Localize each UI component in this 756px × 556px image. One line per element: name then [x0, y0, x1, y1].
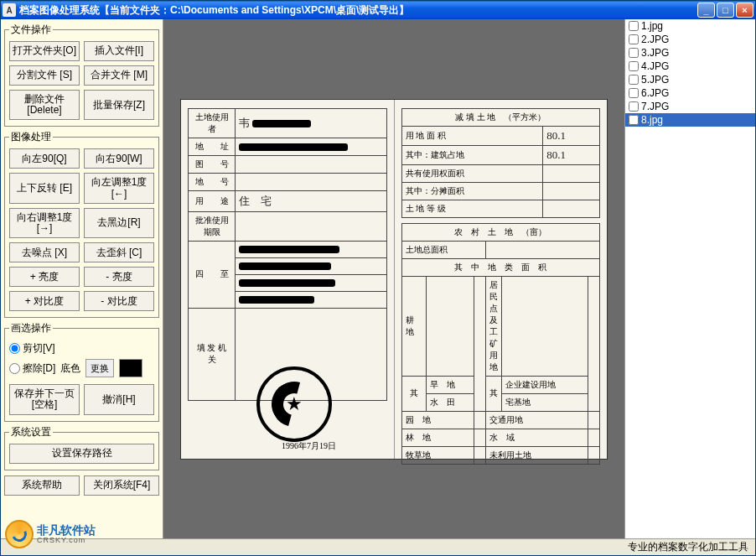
file-checkbox[interactable]: [629, 115, 639, 125]
canvas-ops-group: 画选操作 剪切[V] 擦除[D] 底色 更换 保存并下一页 [空格] 撤消[H]: [4, 321, 159, 421]
batch-save-button[interactable]: 批量保存[Z]: [84, 90, 154, 120]
file-list: 1.jpg2.JPG3.JPG4.JPG5.JPG6.JPG7.JPG8.jpg: [625, 19, 755, 127]
undo-button[interactable]: 撤消[H]: [84, 384, 154, 414]
file-name: 1.jpg: [641, 20, 663, 32]
deskew-button[interactable]: 去歪斜 [C]: [84, 242, 154, 262]
merge-file-button[interactable]: 合并文件 [M]: [84, 65, 154, 86]
file-list-item[interactable]: 5.JPG: [625, 73, 755, 86]
crop-radio[interactable]: 剪切[V]: [9, 341, 154, 356]
minimize-button[interactable]: _: [697, 3, 715, 18]
image-canvas[interactable]: 土地使用者韦 地 址 图 号 地 号 用 途住 宅 批准使用期限 四 至 填 发…: [163, 19, 624, 538]
system-legend: 系统设置: [9, 425, 53, 439]
rotate-right-button[interactable]: 向右90[W]: [84, 148, 154, 169]
split-file-button[interactable]: 分割文件 [S]: [9, 65, 80, 86]
file-list-item[interactable]: 8.jpg: [625, 113, 755, 127]
system-group: 系统设置 设置保存路径: [4, 425, 159, 470]
brightness-plus-button[interactable]: + 亮度: [9, 267, 80, 287]
save-next-button[interactable]: 保存并下一页 [空格]: [9, 384, 80, 414]
help-button[interactable]: 系统帮助: [4, 475, 80, 496]
contrast-minus-button[interactable]: - 对比度: [84, 291, 154, 311]
file-ops-group: 文件操作 打开文件夹[O] 插入文件[I] 分割文件 [S] 合并文件 [M] …: [4, 23, 159, 127]
close-button[interactable]: ×: [736, 3, 753, 18]
insert-file-button[interactable]: 插入文件[I]: [84, 41, 154, 61]
window-title: 档案图像处理系统【当前文件夹：C:\Documents and Settings…: [19, 3, 697, 18]
adjust-left-button[interactable]: 向左调整1度[←]: [84, 173, 154, 203]
file-list-item[interactable]: 1.jpg: [625, 19, 755, 33]
bg-color-swatch: [119, 359, 142, 377]
document-preview: 土地使用者韦 地 址 图 号 地 号 用 途住 宅 批准使用期限 四 至 填 发…: [180, 99, 608, 460]
adjust-right-button[interactable]: 向右调整1度[→]: [9, 208, 80, 238]
file-checkbox[interactable]: [629, 34, 639, 44]
file-name: 5.JPG: [641, 74, 669, 86]
file-name: 3.JPG: [641, 47, 669, 59]
image-ops-legend: 图像处理: [9, 130, 53, 144]
open-folder-button[interactable]: 打开文件夹[O]: [9, 41, 80, 61]
status-text: 专业的档案数字化加工工具: [628, 540, 748, 554]
app-icon: A: [3, 3, 16, 17]
set-save-path-button[interactable]: 设置保存路径: [9, 444, 154, 464]
file-checkbox[interactable]: [629, 48, 639, 58]
file-name: 4.JPG: [641, 60, 669, 72]
statusbar: 专业的档案数字化加工工具: [1, 538, 755, 555]
file-list-item[interactable]: 2.JPG: [625, 33, 755, 46]
image-ops-group: 图像处理 向左90[Q] 向右90[W] 上下反转 [E] 向左调整1度[←] …: [4, 130, 159, 318]
rotate-left-button[interactable]: 向左90[Q]: [9, 148, 80, 169]
file-list-item[interactable]: 4.JPG: [625, 60, 755, 73]
bg-color-label: 底色: [60, 361, 80, 376]
contrast-plus-button[interactable]: + 对比度: [9, 291, 80, 311]
swap-color-button[interactable]: 更换: [85, 359, 114, 377]
canvas-ops-legend: 画选操作: [9, 321, 53, 335]
file-list-item[interactable]: 7.JPG: [625, 100, 755, 113]
file-checkbox[interactable]: [629, 21, 639, 31]
left-panel: 文件操作 打开文件夹[O] 插入文件[I] 分割文件 [S] 合并文件 [M] …: [1, 19, 163, 538]
file-list-item[interactable]: 6.JPG: [625, 86, 755, 100]
denoise-button[interactable]: 去噪点 [X]: [9, 242, 80, 262]
flip-button[interactable]: 上下反转 [E]: [9, 173, 80, 203]
remove-border-button[interactable]: 去黑边[R]: [84, 208, 154, 238]
file-list-item[interactable]: 3.JPG: [625, 46, 755, 60]
delete-file-button[interactable]: 删除文件[Delete]: [9, 90, 80, 120]
file-checkbox[interactable]: [629, 61, 639, 71]
maximize-button[interactable]: □: [717, 3, 734, 18]
file-name: 6.JPG: [641, 87, 669, 99]
erase-radio[interactable]: 擦除[D]: [9, 361, 55, 376]
file-checkbox[interactable]: [629, 88, 639, 98]
file-name: 2.JPG: [641, 34, 669, 45]
titlebar: A 档案图像处理系统【当前文件夹：C:\Documents and Settin…: [1, 1, 755, 19]
file-ops-legend: 文件操作: [9, 23, 53, 37]
file-list-panel: 1.jpg2.JPG3.JPG4.JPG5.JPG6.JPG7.JPG8.jpg: [624, 19, 755, 538]
seal-stamp: [256, 366, 332, 442]
file-checkbox[interactable]: [629, 75, 639, 85]
file-checkbox[interactable]: [629, 101, 639, 112]
file-name: 7.JPG: [641, 101, 669, 112]
file-name: 8.jpg: [641, 114, 663, 126]
close-system-button[interactable]: 关闭系统[F4]: [84, 475, 159, 496]
brightness-minus-button[interactable]: - 亮度: [84, 267, 154, 287]
